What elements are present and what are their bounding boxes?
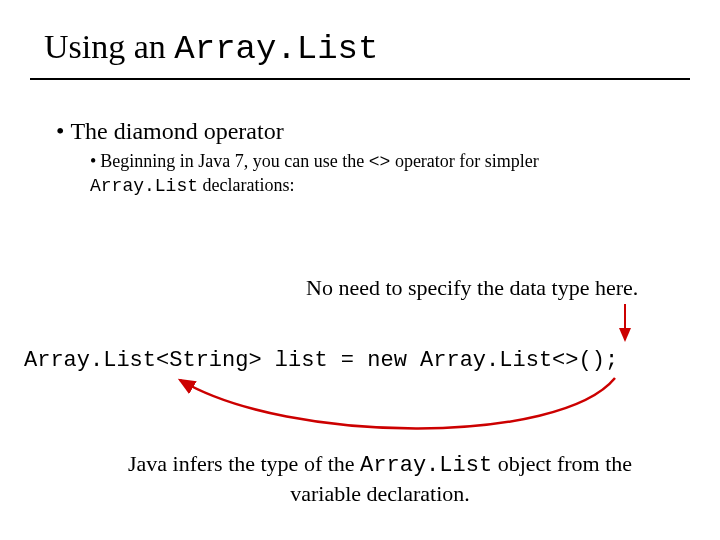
slide-title: Using an Array.List bbox=[44, 28, 378, 68]
title-underline bbox=[30, 78, 690, 80]
bullet-level1-text: The diamond operator bbox=[70, 118, 283, 144]
annotation-bottom-code: Array.List bbox=[360, 453, 492, 478]
bullet-level2-mid: operator for simpler bbox=[390, 151, 538, 171]
bullet-level1: •The diamond operator bbox=[56, 118, 284, 145]
bullet-level2-post: declarations: bbox=[198, 175, 294, 195]
annotation-top: No need to specify the data type here. bbox=[306, 275, 638, 301]
annotation-bottom: Java infers the type of the Array.List o… bbox=[110, 450, 650, 507]
bullet-level2: •Beginning in Java 7, you can use the <>… bbox=[90, 150, 650, 197]
bullet-dot: • bbox=[90, 151, 96, 171]
slide: Using an Array.List •The diamond operato… bbox=[0, 0, 720, 540]
title-code: Array.List bbox=[174, 30, 378, 68]
bullet-level2-code: Array.List bbox=[90, 176, 198, 196]
bullet-level2-op: <> bbox=[369, 152, 391, 172]
arrow-curve-icon bbox=[180, 378, 615, 429]
code-line: Array.List<String> list = new Array.List… bbox=[24, 348, 618, 373]
title-prefix: Using an bbox=[44, 28, 174, 65]
bullet-dot: • bbox=[56, 118, 64, 144]
annotation-bottom-pre: Java infers the type of the bbox=[128, 451, 360, 476]
bullet-level2-pre: Beginning in Java 7, you can use the bbox=[100, 151, 368, 171]
